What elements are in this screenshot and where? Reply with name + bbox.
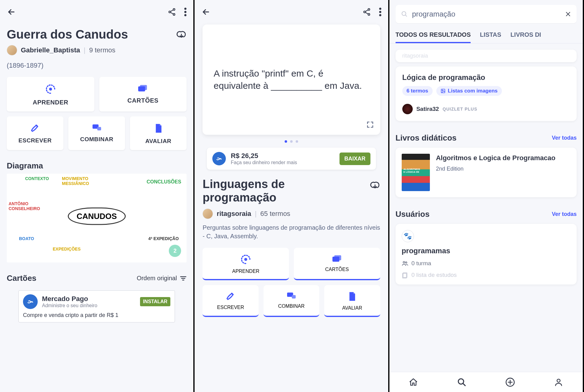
author-name[interactable]: Gabrielle_Baptista [21,46,80,54]
result-title: Lógica de programação [402,73,570,82]
author-name[interactable]: ritagsoraia [217,210,251,218]
plus-badge: QUIZLET PLUS [443,107,477,111]
term-count: 65 termos [260,210,290,218]
svg-point-4 [184,11,187,13]
fullscreen-icon[interactable] [366,121,374,129]
byline: Gabrielle_Baptista | 9 termos [0,45,193,55]
mindmap-center: CANUDOS [68,208,126,225]
download-icon[interactable] [176,29,187,40]
author-avatar[interactable] [203,209,213,219]
study-tiles-row2: ESCREVER COMBINAR AVALIAR [195,280,388,317]
author-avatar[interactable] [7,45,17,55]
svg-rect-19 [332,257,339,262]
nav-create-icon[interactable] [505,377,515,387]
nav-profile-icon[interactable] [554,378,563,387]
textbooks-see-all[interactable]: Ver todas [552,135,577,141]
back-icon[interactable] [7,7,16,17]
test-icon [154,123,163,134]
search-wrap [389,0,583,23]
tile-escrever[interactable]: ESCREVER [203,285,258,317]
tile-label: ESCREVER [217,305,244,310]
tile-avaliar[interactable]: AVALIAR [324,285,380,317]
ad-logo-icon [212,152,226,165]
byline: ritagsoraia | 65 termos [195,204,388,219]
share-icon[interactable] [168,8,176,16]
dot-1[interactable] [285,140,287,143]
study-tiles-row1: APRENDER CARTÕES [195,240,388,280]
tile-combinar[interactable]: COMBINAR [264,285,319,317]
search-bar[interactable] [396,5,577,23]
textbook-card[interactable]: Algoritmos e Logica de Programacao 2nd E… [396,148,577,197]
search-icon [401,11,408,17]
tile-aprender[interactable]: APRENDER [203,248,289,280]
topbar [0,0,193,18]
result-author[interactable]: Satira32 QUIZLET PLUS [402,96,570,114]
nav-search-icon[interactable] [457,378,466,387]
separator: | [84,46,85,54]
tab-lists[interactable]: LISTAS [480,31,501,43]
set-title-row: Guerra dos Canudos [0,18,193,45]
book-title: Algoritmos e Logica de Programacao [436,154,556,163]
tile-label: APRENDER [232,269,260,274]
svg-point-17 [245,258,247,260]
book-edition: 2nd Edition [436,163,556,172]
svg-point-25 [403,262,405,263]
tile-combinar[interactable]: COMBINAR [68,116,125,150]
tile-escrever[interactable]: ESCREVER [7,116,63,150]
set-result-card[interactable]: Lógica de programação 6 termos Listas co… [396,66,577,121]
ad-card[interactable]: Mercado Pago Administre o seu dinheiro I… [18,290,175,322]
tile-aprender[interactable]: APRENDER [7,77,94,111]
tile-label: ESCREVER [18,137,52,144]
carousel-dots [195,135,388,146]
svg-point-24 [442,90,443,91]
svg-rect-10 [97,127,101,130]
tile-label: AVALIAR [342,305,362,311]
author-name: Satira32 [416,106,439,112]
study-tiles-row2: ESCREVER COMBINAR AVALIAR [0,111,193,150]
download-icon[interactable] [370,178,380,190]
textbooks-heading-row: Livros didáticos Ver todas [389,121,583,146]
dot-2[interactable] [290,140,293,143]
diagram-image[interactable]: CANUDOS CONTEXTO MOVIMENTO MESSIÂNICO CO… [7,174,187,262]
test-icon [347,291,357,302]
flashcard[interactable]: A instrução "printf" em C, é equivalente… [203,24,380,135]
nav-home-icon[interactable] [409,378,418,387]
match-icon [286,291,297,300]
partial-result-card[interactable]: ritagsoraia [396,50,577,62]
more-icon[interactable] [184,8,187,16]
result-chips: 6 termos Listas com imagens [402,82,570,96]
users-see-all[interactable]: Ver todas [552,211,577,217]
tile-label: CARTÕES [325,267,349,272]
tab-all-results[interactable]: TODOS OS RESULTADOS [396,31,471,43]
tabs-divider [389,43,583,43]
tile-cartoes[interactable]: CARTÕES [99,77,187,111]
svg-point-31 [557,379,560,382]
write-icon [226,291,236,301]
ad-download-button[interactable]: BAIXAR [339,153,370,165]
author-avatar [402,104,413,114]
ad-subtitle: Faça seu dinheiro render mais [231,160,297,165]
screen-search: TODOS OS RESULTADOS LISTAS LIVROS DI rit… [389,0,584,392]
more-icon[interactable] [379,8,381,16]
dot-3[interactable] [296,140,298,143]
clear-icon[interactable] [565,11,571,17]
tab-textbooks[interactable]: LIVROS DI [510,31,541,43]
back-icon[interactable] [201,7,210,17]
tile-avaliar[interactable]: AVALIAR [130,116,187,150]
user-result-card[interactable]: 🐾 programamas 0 turma 0 lista de estudos [396,224,577,285]
tile-label: COMBINAR [278,303,305,309]
share-icon[interactable] [362,8,371,16]
mindmap: CANUDOS CONTEXTO MOVIMENTO MESSIÂNICO CO… [7,174,187,262]
term-count: 9 termos [89,46,116,54]
tile-cartoes[interactable]: CARTÕES [294,248,380,280]
sort-control[interactable]: Ordem original [137,275,187,282]
svg-point-14 [379,8,381,10]
book-cover [402,154,430,191]
ad-install-button[interactable]: INSTALAR [140,297,171,306]
ad-subtitle: Administre o seu dinheiro [42,303,97,308]
search-input[interactable] [412,10,561,18]
screen-set-detail: Guerra dos Canudos Gabrielle_Baptista | … [0,0,195,392]
ad-card[interactable]: R$ 26,25 Faça seu dinheiro render mais B… [207,148,376,170]
ad-price: R$ 26,25 [231,152,297,160]
svg-rect-23 [441,89,445,93]
